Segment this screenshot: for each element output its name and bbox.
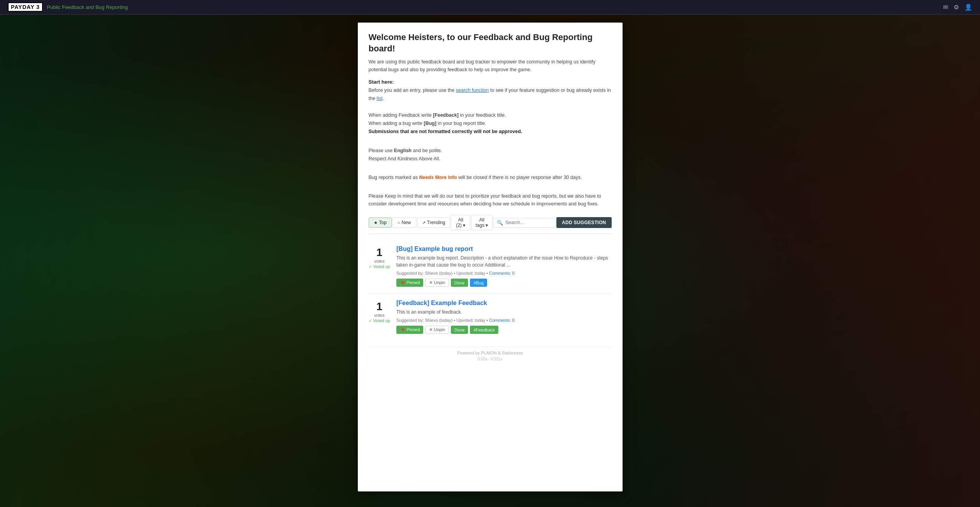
posts-list: 1 votes ✓ Voted up [Bug] Example bug rep… xyxy=(369,239,612,340)
post-meta-1: Suggested by: Shievo (today) • Upvoted: … xyxy=(396,271,612,275)
tag-done-1[interactable]: Done xyxy=(451,279,468,287)
closing-note: Please Keep in mind that we will do our … xyxy=(369,192,612,208)
navbar: PAYDAY 3 Public Feedback and Bug Reporti… xyxy=(0,0,980,15)
post-content-2: [Feedback] Example Feedback This is an e… xyxy=(396,300,612,334)
navbar-actions: ✉ ⚙ 👤 xyxy=(943,4,972,11)
powered-by: Powered by PLAION & Starbreeze xyxy=(369,351,612,355)
site-title: Public Feedback and Bug Reporting xyxy=(47,4,128,10)
vote-count-1: 1 xyxy=(376,247,382,258)
trend-icon: ↗ xyxy=(422,220,426,225)
format-warning: Submissions that are not formatted corre… xyxy=(369,128,612,136)
search-box[interactable]: 🔍 xyxy=(493,218,556,228)
all-tags-label: All tags xyxy=(475,217,484,228)
voted-up-2: ✓ Voted up xyxy=(369,318,391,323)
all-tags-button[interactable]: All tags ▾ xyxy=(471,215,493,230)
vote-section-1: 1 votes ✓ Voted up xyxy=(369,246,391,287)
tag-bug-1[interactable]: #Bug xyxy=(470,279,487,287)
post-content-1: [Bug] Example bug report This is an exam… xyxy=(396,246,612,287)
page-wrapper: Welcome Heisters, to our Feedback and Bu… xyxy=(0,15,980,507)
new-filter-button[interactable]: ○ New xyxy=(392,218,416,228)
trending-label: Trending xyxy=(427,220,445,225)
table-row: 1 votes ✓ Voted up [Bug] Example bug rep… xyxy=(369,239,612,293)
top-filter-button[interactable]: ★ Top xyxy=(369,218,392,228)
star-icon: ★ xyxy=(374,220,378,225)
post-title-2[interactable]: [Feedback] Example Feedback xyxy=(396,300,612,307)
comments-link-1[interactable]: Comments: 0 xyxy=(489,271,514,275)
filter-bar: ★ Top ○ New ↗ Trending All (2) ▾ All tag… xyxy=(369,215,612,234)
welcome-description: We are using this public feedback board … xyxy=(369,58,612,74)
tag-feedback-2[interactable]: #Feedback xyxy=(470,326,498,334)
voted-up-1: ✓ Voted up xyxy=(369,264,391,269)
lang-note: Please use English and be polite. Respec… xyxy=(369,147,612,163)
instructions-block: Before you add an entry, please use the … xyxy=(369,86,612,136)
search-icon: 🔍 xyxy=(497,220,503,226)
footer: Powered by PLAION & Starbreeze 0.02s - 0… xyxy=(369,346,612,361)
comments-link-2[interactable]: Comments: 0 xyxy=(489,318,514,323)
tag-pinned-2[interactable]: 📌 Pinned xyxy=(396,326,423,334)
mail-icon[interactable]: ✉ xyxy=(943,4,948,11)
settings-icon[interactable]: ⚙ xyxy=(954,4,959,11)
tag-unpin-1[interactable]: ✕ Unpin xyxy=(425,279,449,287)
vote-count-2: 1 xyxy=(376,301,382,312)
navbar-brand: PAYDAY 3 Public Feedback and Bug Reporti… xyxy=(8,2,128,12)
all-filter-button[interactable]: All (2) ▾ xyxy=(451,215,470,230)
post-description-2: This is an example of feedback. xyxy=(396,309,612,316)
all-label: All (2) xyxy=(456,217,463,228)
user-icon[interactable]: 👤 xyxy=(964,4,972,11)
main-panel: Welcome Heisters, to our Feedback and Bu… xyxy=(358,23,623,491)
vote-section-2: 1 votes ✓ Voted up xyxy=(369,300,391,334)
welcome-title: Welcome Heisters, to our Feedback and Bu… xyxy=(369,32,612,54)
table-row: 1 votes ✓ Voted up [Feedback] Example Fe… xyxy=(369,293,612,340)
post-description-1: This is an example bug report. Descripti… xyxy=(396,254,612,268)
vote-label-1: votes xyxy=(374,259,384,263)
list-link[interactable]: list xyxy=(377,96,382,101)
circle-icon: ○ xyxy=(398,220,400,225)
start-here-label: Start here: xyxy=(369,79,612,85)
trending-filter-button[interactable]: ↗ Trending xyxy=(417,218,450,228)
new-label: New xyxy=(402,220,411,225)
post-title-1[interactable]: [Bug] Example bug report xyxy=(396,246,612,253)
logo: PAYDAY 3 xyxy=(8,2,43,12)
search-input[interactable] xyxy=(505,220,552,225)
add-suggestion-button[interactable]: ADD SUGGESTION xyxy=(556,217,612,228)
tag-pinned-1[interactable]: 📌 Pinned xyxy=(396,279,423,287)
post-meta-2: Suggested by: Shievo (today) • Upvoted: … xyxy=(396,318,612,323)
tag-done-2[interactable]: Done xyxy=(451,326,468,334)
needs-more-info-note: Bug reports marked as Needs More Info wi… xyxy=(369,174,612,182)
vote-label-2: votes xyxy=(374,313,384,318)
top-label: Top xyxy=(379,220,387,225)
tag-unpin-2[interactable]: ✕ Unpin xyxy=(425,326,449,334)
post-tags-2: 📌 Pinned ✕ Unpin Done #Feedback xyxy=(396,326,612,334)
search-function-link[interactable]: search function xyxy=(456,88,489,93)
post-tags-1: 📌 Pinned ✕ Unpin Done #Bug xyxy=(396,279,612,287)
timing: 0.02s - 0.021s xyxy=(369,357,612,361)
